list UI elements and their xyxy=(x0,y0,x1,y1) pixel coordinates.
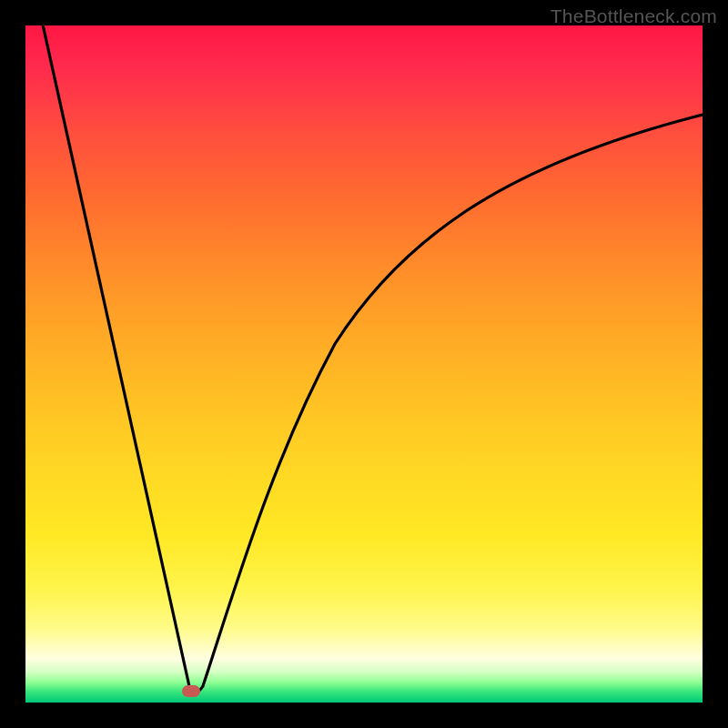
plot-area xyxy=(25,25,703,703)
curve-layer xyxy=(25,25,703,703)
watermark-text: TheBottleneck.com xyxy=(551,5,717,27)
chart-frame: TheBottleneck.com xyxy=(0,0,728,728)
optimum-marker xyxy=(182,685,200,697)
bottleneck-curve xyxy=(41,25,703,693)
